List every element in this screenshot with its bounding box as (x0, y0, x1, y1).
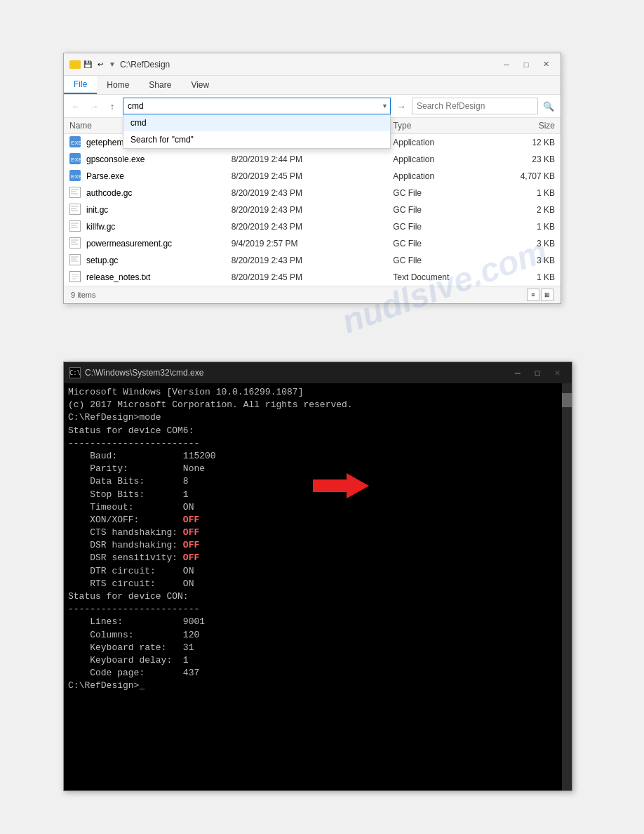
cmd-line: XON/XOFF: OFF (68, 514, 568, 527)
svg-text:EXE: EXE (71, 157, 81, 163)
cmd-line: RTS circuit: ON (68, 578, 568, 590)
file-list: EXE getephemeris.exe 8/20/2019 2:44 PM A… (64, 134, 561, 286)
file-name: init.gc (69, 204, 232, 216)
quick-access-toolbar: 💾 ↩ ▼ (69, 60, 117, 70)
cmd-titlebar: C:\ C:\Windows\System32\cmd.exe ─ □ ✕ (64, 362, 572, 383)
file-name: EXE gpsconsole.exe (69, 153, 232, 166)
item-count: 9 items (71, 291, 95, 299)
table-row[interactable]: authcode.gc 8/20/2019 2:43 PM GC File 1 … (64, 185, 561, 201)
file-name: killfw.gc (69, 220, 232, 233)
explorer-titlebar: 💾 ↩ ▼ C:\RefDesign ─ □ ✕ (64, 53, 561, 76)
file-name: powermeasurement.gc (69, 237, 232, 250)
cmd-line: ------------------------ (68, 603, 568, 616)
table-row[interactable]: EXE gpsconsole.exe 8/20/2019 2:44 PM App… (64, 151, 561, 168)
save-qat-icon[interactable]: 💾 (82, 60, 93, 70)
cmd-line: Keyboard delay: 1 (68, 654, 568, 667)
file-name: release_notes.txt (69, 271, 232, 284)
cmd-line: DSR sensitivity: OFF (68, 552, 568, 564)
address-input[interactable] (123, 98, 391, 114)
table-row[interactable]: init.gc 8/20/2019 2:43 PM GC File 2 KB (64, 201, 561, 218)
cmd-line: Timeout: ON (68, 501, 568, 514)
cmd-line: Status for device CON: (68, 590, 568, 603)
file-type: GC File (393, 188, 501, 198)
file-type: GC File (393, 205, 501, 215)
cmd-window: C:\ C:\Windows\System32\cmd.exe ─ □ ✕ Mi… (63, 362, 572, 791)
cmd-content[interactable]: Microsoft Windows [Version 10.0.16299.10… (64, 383, 572, 790)
tab-home[interactable]: Home (97, 76, 139, 94)
address-input-container: ▼ cmd Search for "cmd" (123, 98, 391, 114)
cmd-window-controls: ─ □ ✕ (509, 366, 566, 380)
table-row[interactable]: EXE Parse.exe 8/20/2019 2:45 PM Applicat… (64, 168, 561, 185)
file-date: 8/20/2019 2:45 PM (232, 171, 394, 181)
file-icon (69, 271, 82, 284)
dropdown-item-search[interactable]: Search for "cmd" (123, 131, 390, 148)
table-row[interactable]: powermeasurement.gc 9/4/2019 2:57 PM GC … (64, 235, 561, 252)
cmd-scrollbar[interactable] (562, 383, 572, 790)
dropdown-item-cmd[interactable]: cmd (123, 114, 390, 131)
search-input[interactable] (412, 98, 538, 114)
up-button[interactable]: ↑ (105, 98, 120, 114)
file-size: 4,707 KB (501, 171, 555, 181)
col-header-type[interactable]: Type (393, 121, 501, 131)
maximize-button[interactable]: □ (517, 58, 535, 72)
large-icon-view-button[interactable]: ⊞ (541, 289, 554, 301)
cmd-line: C:\RefDesign>_ (68, 680, 568, 692)
forward-button[interactable]: → (86, 98, 102, 114)
cmd-minimize-button[interactable]: ─ (509, 366, 527, 380)
file-icon (69, 187, 82, 199)
svg-rect-14 (70, 221, 81, 232)
scrollbar-thumb[interactable] (562, 393, 572, 407)
cmd-line: Microsoft Windows [Version 10.0.16299.10… (68, 386, 568, 399)
cmd-line: Lines: 9001 (68, 616, 568, 628)
svg-rect-10 (70, 204, 81, 215)
file-type: GC File (393, 222, 501, 232)
details-view-button[interactable]: ≡ (527, 289, 539, 301)
file-size: 3 KB (501, 256, 555, 265)
col-header-size[interactable]: Size (501, 121, 555, 131)
file-size: 23 KB (501, 154, 555, 164)
back-button[interactable]: ← (68, 98, 83, 114)
cmd-line: Baud: 115200 (68, 450, 568, 463)
tab-file[interactable]: File (64, 76, 97, 94)
go-button[interactable]: → (394, 98, 409, 114)
file-date: 8/20/2019 2:43 PM (232, 188, 394, 198)
address-dropdown-arrow[interactable]: ▼ (382, 102, 388, 110)
close-button[interactable]: ✕ (537, 58, 555, 72)
cmd-maximize-button[interactable]: □ (528, 366, 546, 380)
folder-titlebar-icon (69, 60, 81, 69)
file-type: Text Document (393, 272, 501, 282)
file-icon: EXE (69, 153, 82, 166)
cmd-line: CTS handshaking: OFF (68, 527, 568, 539)
file-type: GC File (393, 256, 501, 265)
address-autocomplete-dropdown: cmd Search for "cmd" (123, 114, 391, 149)
table-row[interactable]: setup.gc 8/20/2019 2:43 PM GC File 3 KB (64, 252, 561, 269)
ribbon-tabs: File Home Share View (64, 76, 561, 94)
file-icon (69, 220, 82, 233)
tab-view[interactable]: View (181, 76, 219, 94)
file-name: EXE Parse.exe (69, 170, 232, 183)
cmd-close-button[interactable]: ✕ (548, 366, 566, 380)
cmd-content-wrapper: Microsoft Windows [Version 10.0.16299.10… (64, 383, 572, 790)
file-size: 1 KB (501, 188, 555, 198)
table-row[interactable]: killfw.gc 8/20/2019 2:43 PM GC File 1 KB (64, 218, 561, 235)
table-row[interactable]: release_notes.txt 8/20/2019 2:45 PM Text… (64, 269, 561, 286)
svg-text:EXE: EXE (71, 140, 81, 146)
file-size: 3 KB (501, 239, 555, 249)
minimize-button[interactable]: ─ (497, 58, 516, 72)
tab-share[interactable]: Share (139, 76, 181, 94)
status-bar: 9 items ≡ ⊞ (64, 286, 561, 303)
file-icon: EXE (69, 170, 82, 183)
cmd-line: (c) 2017 Microsoft Corporation. All righ… (68, 399, 568, 411)
file-name: setup.gc (69, 254, 232, 267)
file-size: 1 KB (501, 272, 555, 282)
qat-separator: ▼ (109, 60, 116, 68)
cmd-line: Columns: 120 (68, 629, 568, 642)
file-date: 8/20/2019 2:45 PM (232, 272, 394, 282)
svg-rect-22 (70, 255, 81, 265)
svg-text:EXE: EXE (71, 173, 81, 180)
search-button[interactable]: 🔍 (541, 98, 556, 114)
file-icon: EXE (69, 136, 82, 149)
file-size: 2 KB (501, 205, 555, 215)
svg-rect-18 (70, 238, 81, 249)
undo-qat-icon[interactable]: ↩ (95, 60, 106, 70)
